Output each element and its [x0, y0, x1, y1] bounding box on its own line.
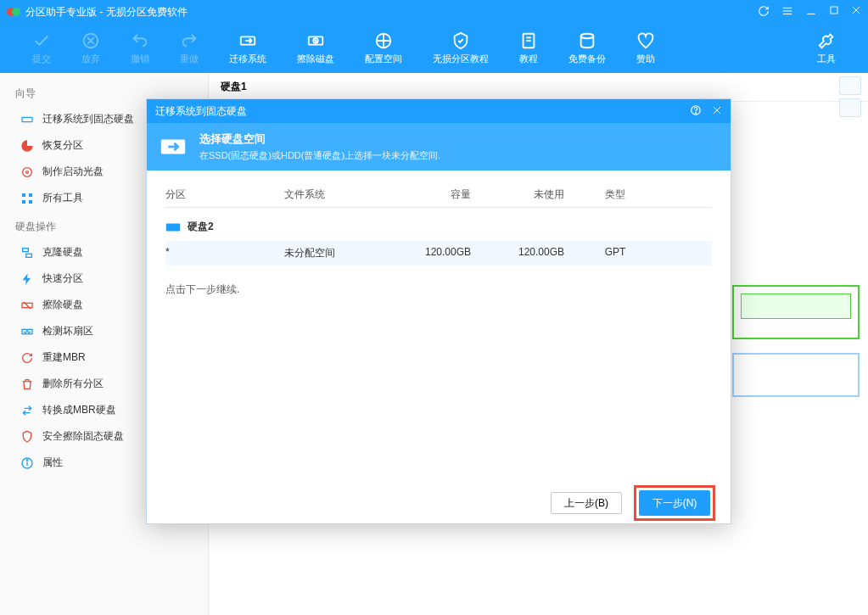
- banner-subtitle: 在SSD(固态硬盘)或HDD(普通硬盘)上选择一块未分配空间.: [199, 149, 440, 162]
- swap-icon: [20, 404, 34, 417]
- cell-capacity: 120.00GB: [395, 246, 488, 260]
- banner-title: 选择硬盘空间: [199, 131, 440, 147]
- dialog-footer: 上一步(B) 下一步(N): [147, 483, 731, 523]
- svg-point-23: [26, 171, 29, 173]
- backup-button[interactable]: 免费备份: [553, 31, 621, 65]
- cell-type: GPT: [581, 246, 649, 260]
- migrate-button[interactable]: 迁移系统: [214, 31, 282, 65]
- pie-icon: [20, 139, 34, 153]
- sidebar-item-label: 克隆硬盘: [42, 245, 83, 260]
- alloc-button[interactable]: 配置空间: [350, 31, 417, 65]
- dialog-close-icon[interactable]: [712, 105, 722, 118]
- svg-rect-24: [22, 193, 25, 197]
- donate-button[interactable]: 赞助: [621, 31, 670, 65]
- undo-button: 撤销: [115, 31, 165, 65]
- dialog-body: 分区 文件系统 容量 未使用 类型 硬盘2 * 未分配空间 120.00GB 1…: [147, 171, 731, 483]
- sidebar-item-label: 删除所有分区: [42, 377, 104, 391]
- next-button[interactable]: 下一步(N): [639, 490, 710, 516]
- col-partition: 分区: [165, 187, 284, 202]
- table-header: 分区 文件系统 容量 未使用 类型: [165, 182, 712, 208]
- copy-icon: [20, 246, 34, 260]
- highlight-box: 下一步(N): [634, 485, 715, 521]
- view-toggle-1[interactable]: [839, 76, 861, 95]
- svg-rect-26: [22, 200, 25, 204]
- sidebar-item-label: 重建MBR: [42, 350, 86, 365]
- close-icon[interactable]: [851, 5, 861, 20]
- grid-icon: [20, 192, 34, 205]
- app-logo-icon: [7, 5, 20, 19]
- sidebar-item-label: 安全擦除固态硬盘: [42, 429, 124, 444]
- menu-icon[interactable]: [781, 5, 793, 20]
- svg-rect-6: [831, 7, 837, 14]
- sidebar-item-label: 快速分区: [42, 271, 83, 286]
- svg-point-35: [26, 460, 27, 461]
- redo-button: 重做: [165, 31, 214, 65]
- svg-point-20: [581, 34, 594, 39]
- disk-preview-1: [732, 285, 860, 339]
- info-icon: [20, 456, 34, 470]
- col-type: 类型: [581, 187, 649, 202]
- erase-icon: [20, 299, 34, 312]
- sidebar-item-label: 属性: [42, 456, 63, 470]
- minimize-icon[interactable]: [805, 5, 817, 20]
- disk-icon: [165, 221, 181, 233]
- svg-rect-28: [23, 248, 29, 251]
- svg-point-22: [23, 167, 32, 176]
- cell-filesystem: 未分配空间: [284, 246, 395, 260]
- trash-icon: [20, 377, 34, 391]
- migrate-dialog: 迁移系统到固态硬盘 选择硬盘空间 在SSD(固态硬盘)或HDD(普通硬盘)上选择…: [146, 98, 731, 524]
- help-icon[interactable]: [690, 104, 702, 119]
- dialog-hint: 点击下一步继续.: [165, 266, 712, 297]
- refresh-icon[interactable]: [758, 5, 770, 20]
- shield-icon: [20, 430, 34, 444]
- drive-arrow-icon: [159, 132, 188, 161]
- toolbar: 提交 放弃 撤销 重做 迁移系统 擦除磁盘 配置空间 无损分区教程 教程 免费备…: [0, 24, 868, 73]
- wipe-button[interactable]: 擦除磁盘: [282, 31, 350, 65]
- commit-button: 提交: [17, 31, 66, 65]
- sidebar-item-label: 迁移系统到固态硬盘: [42, 112, 134, 126]
- svg-rect-29: [26, 254, 32, 257]
- view-toggle-2[interactable]: [839, 98, 861, 117]
- disk1-label: 硬盘1: [209, 73, 868, 102]
- svg-point-1: [12, 8, 20, 16]
- scan-icon: [20, 325, 34, 338]
- sidebar-item-label: 所有工具: [42, 191, 83, 205]
- disc-icon: [20, 165, 34, 179]
- cell-unused: 120.00GB: [488, 246, 581, 260]
- svg-point-37: [695, 112, 696, 113]
- sidebar-item-label: 检测坏扇区: [42, 324, 93, 338]
- sidebar-item-label: 恢复分区: [42, 138, 83, 153]
- svg-line-15: [314, 39, 317, 42]
- svg-rect-27: [29, 200, 32, 204]
- dialog-title: 迁移系统到固态硬盘: [155, 104, 247, 119]
- dialog-banner: 选择硬盘空间 在SSD(固态硬盘)或HDD(普通硬盘)上选择一块未分配空间.: [147, 123, 731, 171]
- guide-button[interactable]: 教程: [504, 31, 553, 65]
- dialog-titlebar: 迁移系统到固态硬盘: [147, 99, 731, 123]
- col-unused: 未使用: [488, 187, 581, 202]
- discard-button: 放弃: [66, 31, 115, 65]
- disk2-header: 硬盘2: [165, 208, 712, 241]
- svg-rect-21: [22, 117, 32, 121]
- maximize-icon[interactable]: [829, 5, 839, 20]
- prev-button[interactable]: 上一步(B): [551, 492, 622, 514]
- svg-rect-25: [29, 193, 32, 197]
- svg-rect-41: [166, 223, 181, 231]
- tutorial-button[interactable]: 无损分区教程: [417, 31, 504, 65]
- sidebar-item-label: 制作启动光盘: [42, 165, 104, 179]
- sidebar-item-label: 转换成MBR硬盘: [42, 403, 116, 417]
- disk-preview-2: [732, 353, 860, 397]
- bolt-icon: [20, 272, 34, 286]
- refresh-icon: [20, 351, 34, 365]
- drive-icon: [20, 113, 34, 126]
- window-title: 分区助手专业版 - 无损分区免费软件: [25, 5, 758, 20]
- tools-button[interactable]: 工具: [802, 31, 851, 65]
- col-filesystem: 文件系统: [284, 187, 395, 202]
- col-capacity: 容量: [395, 187, 488, 202]
- disk2-label: 硬盘2: [188, 220, 214, 234]
- cell-partition: *: [165, 246, 284, 260]
- sidebar-item-label: 擦除硬盘: [42, 298, 83, 312]
- titlebar: 分区助手专业版 - 无损分区免费软件: [0, 0, 868, 24]
- partition-row[interactable]: * 未分配空间 120.00GB 120.00GB GPT: [165, 241, 712, 266]
